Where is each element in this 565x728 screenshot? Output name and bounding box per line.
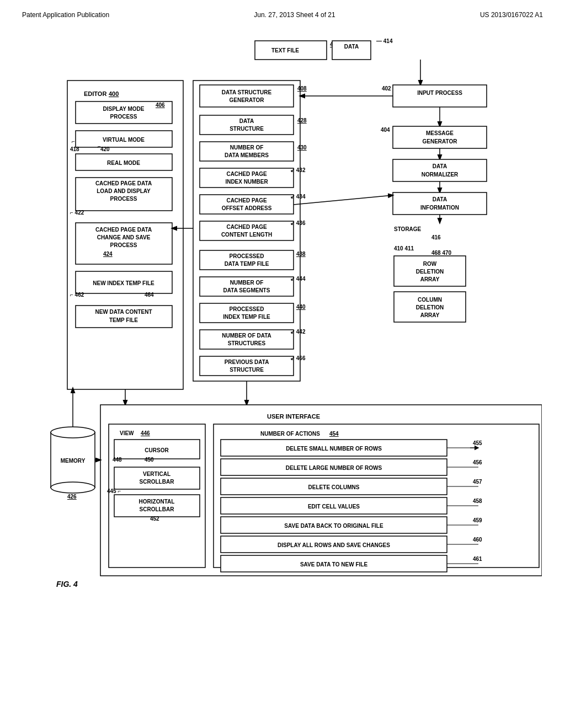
svg-text:461: 461: [473, 556, 482, 562]
svg-text:PROCESSED: PROCESSED: [230, 306, 264, 312]
svg-text:TEXT FILE: TEXT FILE: [271, 47, 299, 53]
svg-text:GENERATOR: GENERATOR: [423, 138, 458, 144]
svg-text:NUMBER OF ACTIONS: NUMBER OF ACTIONS: [260, 431, 320, 437]
svg-text:NUMBER OF: NUMBER OF: [230, 280, 264, 286]
svg-text:DELETE LARGE NUMBER OF ROWS: DELETE LARGE NUMBER OF ROWS: [286, 465, 382, 471]
svg-text:CHANGE AND SAVE: CHANGE AND SAVE: [97, 234, 151, 240]
svg-text:446: 446: [141, 430, 150, 436]
header: Patent Application Publication Jun. 27, …: [22, 11, 543, 19]
svg-text:STRUCTURE: STRUCTURE: [230, 367, 264, 373]
svg-text:STRUCTURE: STRUCTURE: [230, 126, 264, 132]
svg-text:COLUMN: COLUMN: [418, 297, 442, 303]
svg-rect-135: [114, 467, 200, 489]
svg-text:408: 408: [297, 85, 307, 92]
svg-text:INDEX NUMBER: INDEX NUMBER: [225, 179, 268, 185]
svg-text:EDITOR: EDITOR: [84, 90, 106, 97]
svg-text:DATA TEMP FILE: DATA TEMP FILE: [225, 261, 269, 267]
svg-text:SCROLLBAR: SCROLLBAR: [140, 506, 175, 512]
svg-text:DISPLAY ALL ROWS AND SAVE CHAN: DISPLAY ALL ROWS AND SAVE CHANGES: [278, 542, 390, 548]
svg-text:DELETION: DELETION: [416, 269, 444, 275]
svg-text:460: 460: [473, 537, 482, 543]
svg-text:REAL MODE: REAL MODE: [107, 160, 140, 166]
svg-text:DATA: DATA: [433, 163, 447, 169]
svg-text:↙ 436: ↙ 436: [290, 220, 306, 226]
svg-text:PREVIOUS DATA: PREVIOUS DATA: [225, 359, 269, 365]
svg-text:PROCESS: PROCESS: [110, 196, 137, 202]
svg-text:VERTICAL: VERTICAL: [143, 471, 170, 477]
svg-text:⌐ 422: ⌐ 422: [70, 210, 84, 216]
svg-rect-37: [200, 85, 294, 107]
svg-text:DISPLAY MODE: DISPLAY MODE: [103, 106, 144, 112]
header-left: Patent Application Publication: [22, 11, 109, 19]
svg-text:VIRTUAL MODE: VIRTUAL MODE: [103, 137, 145, 143]
svg-text:430: 430: [297, 144, 307, 151]
svg-text:STORAGE: STORAGE: [394, 226, 422, 232]
svg-point-122: [51, 427, 95, 438]
svg-text:456: 456: [473, 459, 482, 465]
svg-text:420: 420: [100, 146, 110, 152]
svg-rect-12: [393, 126, 487, 148]
svg-text:458: 458: [473, 498, 482, 504]
svg-text:INPUT PROCESS: INPUT PROCESS: [417, 90, 462, 96]
svg-text:452: 452: [150, 516, 159, 522]
svg-text:FIG. 4: FIG. 4: [56, 580, 78, 588]
svg-text:EDIT CELL VALUES: EDIT CELL VALUES: [308, 504, 360, 510]
svg-text:SAVE DATA BACK TO ORIGINAL FIL: SAVE DATA BACK TO ORIGINAL FILE: [284, 523, 383, 529]
svg-text:404: 404: [381, 127, 390, 133]
svg-text:HORIZONTAL: HORIZONTAL: [139, 499, 175, 505]
svg-text:NEW INDEX TEMP FILE: NEW INDEX TEMP FILE: [93, 280, 154, 286]
svg-text:MEMORY: MEMORY: [61, 458, 86, 464]
svg-text:↙ 466: ↙ 466: [290, 355, 306, 361]
svg-text:NUMBER OF DATA: NUMBER OF DATA: [222, 333, 271, 339]
svg-text:TEMP FILE: TEMP FILE: [109, 317, 138, 323]
svg-text:DATA: DATA: [433, 196, 447, 202]
svg-text:SCROLLBAR: SCROLLBAR: [140, 479, 175, 485]
svg-text:457: 457: [473, 479, 482, 485]
svg-text:PROCESS: PROCESS: [110, 114, 137, 120]
svg-text:CURSOR: CURSOR: [145, 447, 169, 453]
svg-text:DATA SEGMENTS: DATA SEGMENTS: [223, 287, 270, 293]
svg-text:454: 454: [329, 431, 339, 437]
svg-text:CACHED PAGE: CACHED PAGE: [226, 224, 266, 230]
svg-text:400: 400: [109, 90, 119, 97]
svg-text:464: 464: [145, 292, 154, 298]
svg-text:CONTENT LENGTH: CONTENT LENGTH: [221, 232, 272, 238]
svg-text:INFORMATION: INFORMATION: [420, 205, 459, 211]
svg-text:↙ 432: ↙ 432: [290, 167, 306, 173]
svg-text:NEW DATA CONTENT: NEW DATA CONTENT: [95, 309, 152, 315]
svg-text:NORMALIZER: NORMALIZER: [422, 172, 459, 178]
svg-text:ARRAY: ARRAY: [420, 276, 440, 282]
svg-text:445 ⌐: 445 ⌐: [107, 488, 121, 494]
svg-text:450: 450: [145, 457, 154, 463]
svg-text:DATA MEMBERS: DATA MEMBERS: [225, 152, 269, 158]
svg-text:SAVE DATA TO NEW FILE: SAVE DATA TO NEW FILE: [300, 561, 368, 568]
svg-text:STRUCTURES: STRUCTURES: [228, 340, 266, 346]
svg-line-116: [294, 195, 393, 205]
svg-text:MESSAGE: MESSAGE: [426, 130, 454, 136]
svg-text:ARRAY: ARRAY: [420, 312, 440, 318]
svg-text:418: 418: [70, 146, 79, 152]
svg-text:410  411: 410 411: [394, 245, 414, 251]
svg-text:406: 406: [156, 102, 165, 108]
svg-text:416: 416: [431, 234, 441, 240]
svg-text:OFFSET ADDRESS: OFFSET ADDRESS: [222, 205, 272, 211]
svg-text:DATA: DATA: [344, 44, 359, 50]
svg-text:↙ 434: ↙ 434: [290, 194, 306, 200]
svg-text:— 414: — 414: [376, 38, 393, 44]
svg-text:448: 448: [113, 457, 122, 463]
svg-text:DELETE SMALL NUMBER OF ROWS: DELETE SMALL NUMBER OF ROWS: [286, 446, 382, 452]
svg-text:402: 402: [382, 85, 391, 92]
svg-text:USER INTERFACE: USER INTERFACE: [267, 413, 320, 420]
svg-text:424: 424: [103, 251, 113, 257]
svg-text:CACHED PAGE DATA: CACHED PAGE DATA: [95, 227, 152, 233]
svg-text:LOAD AND DISPLAY: LOAD AND DISPLAY: [97, 188, 151, 194]
svg-text:PROCESS: PROCESS: [110, 242, 137, 248]
svg-rect-17: [393, 159, 487, 181]
svg-text:DELETE COLUMNS: DELETE COLUMNS: [308, 484, 360, 490]
page: Patent Application Publication Jun. 27, …: [0, 0, 565, 708]
svg-text:DATA STRUCTURE: DATA STRUCTURE: [222, 89, 272, 95]
svg-text:438: 438: [296, 251, 306, 257]
svg-text:⌐: ⌐: [98, 143, 101, 149]
svg-text:INDEX TEMP FILE: INDEX TEMP FILE: [223, 314, 270, 320]
svg-text:468   470: 468 470: [431, 250, 452, 256]
